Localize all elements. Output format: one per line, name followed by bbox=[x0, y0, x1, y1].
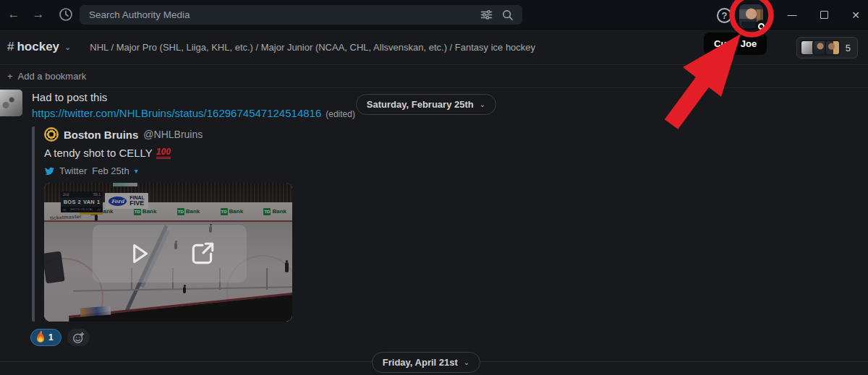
hundred-points-emoji: 100 bbox=[156, 148, 171, 159]
chevron-down-icon: ⌄ bbox=[480, 100, 485, 108]
history-clock-icon[interactable] bbox=[55, 7, 77, 22]
tweet-video-thumbnail[interactable]: TDBank TDBank TDBank TDBank TDBank ticke… bbox=[44, 183, 292, 322]
channel-name[interactable]: # hockey bbox=[7, 40, 59, 54]
history-back-icon[interactable]: ← bbox=[3, 7, 25, 22]
top-bar: ← → ? — ✕ bbox=[0, 0, 868, 30]
twitter-bird-icon bbox=[44, 166, 54, 176]
date-divider-bottom: Friday, April 21st ⌄ bbox=[0, 352, 852, 373]
avatar-tooltip: Curly Joe bbox=[704, 33, 767, 55]
maximize-button[interactable] bbox=[812, 0, 836, 30]
open-external-button[interactable] bbox=[189, 240, 216, 267]
tweet-source-label[interactable]: Twitter bbox=[59, 165, 87, 176]
presence-away-icon bbox=[755, 20, 767, 32]
chevron-down-icon: ⌄ bbox=[64, 43, 71, 52]
channel-topic[interactable]: NHL / Major Pro (SHL, Liiga, KHL, etc.) … bbox=[90, 42, 535, 53]
search-bar[interactable] bbox=[80, 5, 522, 25]
close-button[interactable]: ✕ bbox=[843, 0, 868, 30]
tweet-author-handle[interactable]: @NHLBruins bbox=[143, 129, 203, 140]
member-avatar bbox=[825, 40, 841, 56]
member-list-button[interactable]: 5 bbox=[796, 37, 858, 59]
channel-hash: # bbox=[7, 40, 14, 54]
plus-icon: + bbox=[7, 71, 13, 82]
help-icon[interactable]: ? bbox=[717, 8, 732, 23]
filter-sliders-icon[interactable] bbox=[480, 9, 493, 21]
add-reaction-button[interactable] bbox=[67, 329, 90, 346]
reaction-count: 1 bbox=[48, 332, 54, 342]
bruins-logo-avatar bbox=[44, 127, 59, 142]
date-pill[interactable]: Friday, April 21st ⌄ bbox=[372, 352, 480, 373]
add-bookmark-label: Add a bookmark bbox=[18, 71, 87, 82]
tweet-date-label[interactable]: Feb 25th bbox=[92, 165, 129, 176]
fire-emoji bbox=[37, 333, 44, 342]
tweet-author-name[interactable]: Boston Bruins bbox=[64, 129, 138, 141]
chevron-down-icon: ⌄ bbox=[464, 358, 469, 366]
slack-window: ← → ? — ✕ # hockey ⌄ NHL / Major Pro (SH… bbox=[0, 0, 868, 375]
search-input[interactable] bbox=[89, 9, 471, 20]
reaction-fire[interactable]: 1 bbox=[30, 329, 61, 346]
user-avatar[interactable] bbox=[739, 4, 763, 28]
date-divider-top: Saturday, February 25th ⌄ bbox=[0, 94, 852, 115]
reactions-row: 1 bbox=[30, 329, 506, 346]
tweet-footer: Twitter Feb 25th ▾ bbox=[44, 165, 506, 176]
member-avatar-stack bbox=[800, 40, 841, 56]
tweet-text: A tendy shot to CELLY 100 bbox=[44, 145, 506, 161]
search-icon[interactable] bbox=[502, 9, 514, 21]
play-button[interactable] bbox=[124, 238, 154, 269]
caret-down-icon[interactable]: ▾ bbox=[135, 167, 138, 175]
history-forward-icon[interactable]: → bbox=[27, 7, 49, 22]
message: Had to post this https://twitter.com/NHL… bbox=[0, 90, 506, 346]
member-count: 5 bbox=[846, 43, 851, 53]
date-pill[interactable]: Saturday, February 25th ⌄ bbox=[356, 94, 496, 115]
twitter-embed: Boston Bruins @NHLBruins A tendy shot to… bbox=[32, 126, 506, 322]
tooltip-username: Curly Joe bbox=[714, 38, 757, 49]
bookmarks-bar[interactable]: + Add a bookmark bbox=[0, 65, 868, 88]
minimize-button[interactable]: — bbox=[780, 0, 804, 30]
video-controls-overlay bbox=[93, 225, 247, 283]
